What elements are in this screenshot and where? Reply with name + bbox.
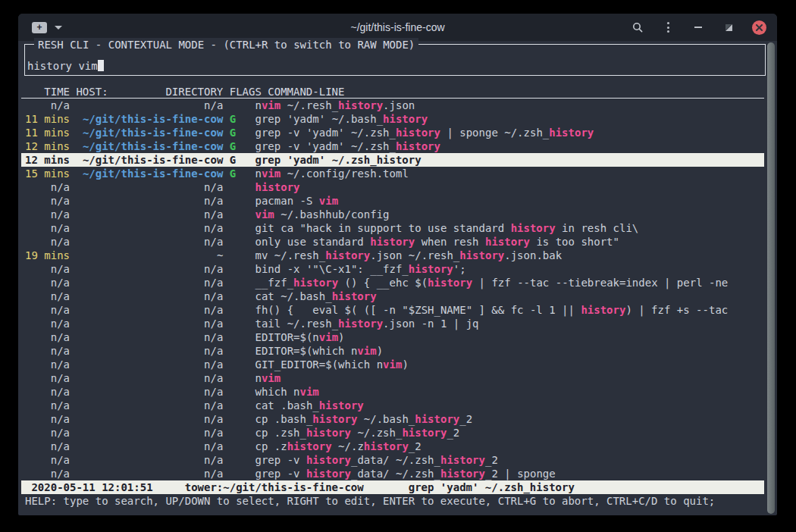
- history-row-selected[interactable]: 12 mins ~/git/this-is-fine-cow G grep 'y…: [21, 153, 764, 167]
- history-list: n/a n/a nvim ~/.resh_history.json11 mins…: [21, 99, 764, 480]
- row-directory: ~: [76, 249, 223, 261]
- history-row[interactable]: n/a n/a grep -v history_data/ ~/.zsh_his…: [21, 453, 764, 467]
- new-tab-icon[interactable]: +: [32, 22, 47, 33]
- row-directory: n/a: [76, 372, 223, 384]
- history-row[interactable]: n/a n/a bind -x '"\C-x1": __fzf_history'…: [21, 262, 764, 276]
- history-row[interactable]: 11 mins ~/git/this-is-fine-cow G grep -v…: [21, 126, 764, 139]
- history-row[interactable]: n/a n/a grep -v history_data/ ~/.zsh_his…: [21, 467, 764, 480]
- row-directory: n/a: [76, 427, 223, 439]
- close-icon[interactable]: [752, 20, 766, 35]
- minimize-icon[interactable]: [691, 20, 705, 34]
- row-directory: n/a: [76, 99, 223, 111]
- kebab-menu-icon[interactable]: [661, 20, 675, 34]
- history-row[interactable]: n/a n/a which nvim: [21, 385, 764, 399]
- row-flags: [230, 331, 236, 343]
- history-row[interactable]: n/a n/a git ca "hack in support to use s…: [21, 221, 764, 235]
- history-row[interactable]: 19 mins ~ mv ~/.resh_history.json ~/.res…: [21, 249, 764, 262]
- history-row[interactable]: n/a n/a tail ~/.resh_history.json -n 1 |…: [21, 317, 764, 330]
- row-command-match: vim: [319, 195, 338, 207]
- history-row[interactable]: n/a n/a GIT_EDITOR=$(which nvim): [21, 358, 764, 371]
- row-command-match: history: [396, 127, 440, 139]
- row-directory: n/a: [76, 399, 223, 412]
- row-command-match: history: [332, 290, 377, 302]
- row-flags: [230, 290, 236, 302]
- row-command-text: EDITOR=$(n: [255, 331, 319, 343]
- row-flags: G: [230, 167, 236, 180]
- row-command-match: history: [293, 277, 338, 289]
- history-row[interactable]: n/a n/a cp .zhistory ~/.zhistory_2: [21, 440, 764, 453]
- row-command-text: when resh: [415, 236, 485, 248]
- row-directory: n/a: [76, 236, 223, 248]
- row-command-text: | fzf --tac --tiebreak=index | perl -ne: [472, 277, 728, 289]
- row-command-match: history: [459, 249, 504, 261]
- row-command-text: grep 'yadm' ~/.bash_: [255, 113, 384, 125]
- row-flags: G: [230, 127, 236, 139]
- row-directory: n/a: [76, 290, 223, 302]
- row-command-text: _2 | sponge: [485, 468, 556, 480]
- row-directory: n/a: [76, 277, 223, 289]
- row-time: n/a: [25, 358, 70, 371]
- row-time: n/a: [25, 290, 70, 302]
- history-row[interactable]: n/a n/a vim ~/.bashhub/config: [21, 208, 764, 221]
- history-row[interactable]: n/a n/a nvim ~/.resh_history.json: [21, 99, 764, 112]
- row-command-text: cat .bash_: [255, 399, 319, 412]
- row-directory: n/a: [76, 413, 223, 425]
- row-command-text: grep 'yadm' ~/.zsh_: [255, 154, 377, 166]
- row-command-text: | sponge ~/.zsh_: [440, 127, 549, 139]
- row-time: 11 mins: [25, 127, 70, 139]
- history-row[interactable]: 11 mins ~/git/this-is-fine-cow G grep 'y…: [21, 112, 764, 126]
- row-command-match: vim: [262, 99, 280, 111]
- history-row[interactable]: n/a n/a cat ~/.bash_history: [21, 289, 764, 303]
- row-command-text: .json ~/.resh_: [370, 249, 459, 261]
- row-directory: n/a: [76, 208, 223, 221]
- row-command-text: () { __ehc $(: [338, 277, 428, 289]
- history-row[interactable]: n/a n/a EDITOR=$(which nvim): [21, 344, 764, 358]
- row-time: n/a: [25, 454, 70, 466]
- history-row[interactable]: n/a n/a only use standard history when r…: [21, 235, 764, 249]
- history-row[interactable]: n/a n/a cp .bash_history ~/.bash_history…: [21, 412, 764, 426]
- row-command-text: is too short": [530, 236, 619, 248]
- row-command-match: vim: [262, 372, 280, 384]
- row-command-match: history: [581, 304, 625, 316]
- row-command-match: history: [370, 236, 415, 248]
- history-row[interactable]: 15 mins ~/git/this-is-fine-cow G nvim ~/…: [21, 167, 764, 180]
- row-command-text: grep -v 'yadm' ~/.zsh_: [255, 140, 396, 152]
- row-time: n/a: [25, 236, 70, 248]
- row-command-text: ~/.z: [332, 440, 364, 452]
- row-command-text: n: [255, 167, 262, 180]
- row-time: n/a: [25, 304, 70, 316]
- row-command-text: ): [402, 358, 408, 371]
- scrollbar-thumb[interactable]: [767, 42, 775, 514]
- row-time: n/a: [25, 277, 70, 289]
- row-command-match: vim: [255, 208, 274, 221]
- history-row[interactable]: n/a n/a cp .zsh_history ~/.zsh_history_2: [21, 426, 764, 440]
- row-command-text: ~/.resh_: [280, 99, 338, 111]
- row-command-text: GIT_EDITOR=$(which n: [255, 358, 384, 371]
- status-bar: 2020-05-11 12:01:51 tower:~/git/this-is-…: [21, 480, 764, 494]
- row-time: n/a: [25, 427, 70, 439]
- history-row[interactable]: n/a n/a nvim: [21, 371, 764, 385]
- row-directory: ~/git/this-is-fine-cow: [76, 127, 223, 139]
- row-time: 12 mins: [25, 140, 70, 152]
- row-flags: [230, 195, 236, 207]
- history-row[interactable]: n/a n/a fh() { eval $( ([ -n "$ZSH_NAME"…: [21, 303, 764, 317]
- chevron-down-icon[interactable]: [55, 26, 62, 30]
- history-row[interactable]: n/a n/a cat .bash_history: [21, 399, 764, 412]
- history-row[interactable]: 12 mins ~/git/this-is-fine-cow G grep -v…: [21, 139, 764, 153]
- history-row[interactable]: n/a n/a history: [21, 180, 764, 194]
- history-row[interactable]: n/a n/a pacman -S vim: [21, 194, 764, 208]
- row-command-text: in resh cli\: [556, 222, 639, 234]
- row-flags: [230, 413, 236, 425]
- search-icon[interactable]: [631, 20, 644, 34]
- row-command-text: grep -v: [255, 468, 306, 480]
- history-row[interactable]: n/a n/a EDITOR=$(nvim): [21, 330, 764, 344]
- search-input[interactable]: history vim: [27, 59, 104, 73]
- history-row[interactable]: n/a n/a __fzf_history () { __ehc $(histo…: [21, 276, 764, 289]
- row-command-match: history: [306, 468, 351, 480]
- row-command-text: n: [255, 372, 262, 384]
- row-command-text: ~/.bashhub/config: [274, 208, 390, 221]
- row-command-match: history: [383, 113, 428, 125]
- row-directory: n/a: [76, 181, 223, 193]
- row-command-text: .json: [383, 99, 415, 111]
- restore-icon[interactable]: [722, 20, 735, 34]
